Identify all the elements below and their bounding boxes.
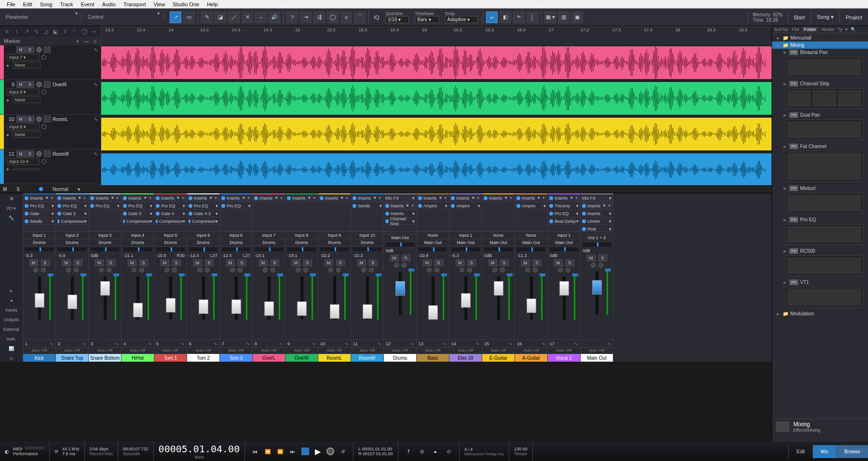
insert-slot[interactable]: Pro EQ▾ bbox=[187, 202, 219, 210]
track-color-tab[interactable] bbox=[0, 80, 4, 114]
fader[interactable] bbox=[530, 276, 533, 320]
quantize-select[interactable]: 1/16 ▾ bbox=[385, 16, 409, 23]
play-button[interactable]: ▶ bbox=[312, 446, 323, 457]
inserts-header[interactable]: Inserts▾ ＋ bbox=[154, 194, 187, 202]
pan-slider[interactable] bbox=[58, 247, 86, 251]
solo-button[interactable]: S bbox=[369, 259, 378, 266]
channel-output[interactable]: Drums bbox=[351, 239, 383, 246]
expand-icon[interactable]: ∿ bbox=[574, 341, 578, 346]
browser-effect[interactable]: ▸FXMixtool bbox=[772, 185, 868, 192]
automation-mode[interactable]: Auto: Off bbox=[89, 347, 121, 354]
inserts-header[interactable]: Inserts▾ ＋ bbox=[122, 194, 154, 202]
mix-view-button[interactable]: Mix bbox=[813, 445, 836, 458]
channel-input[interactable]: None bbox=[417, 232, 449, 239]
insert-slot[interactable]: Channel Strip▾ bbox=[384, 217, 416, 225]
channel-name[interactable]: Snare Bottom bbox=[89, 354, 121, 362]
expand-icon[interactable]: ∿ bbox=[312, 341, 316, 346]
automation-mode[interactable]: Auto: Off bbox=[417, 347, 449, 354]
input-select[interactable]: Input 10 ▾ bbox=[7, 158, 40, 165]
mute-button[interactable]: M bbox=[95, 259, 104, 266]
expand-arrow-icon[interactable]: ▸ bbox=[784, 144, 787, 149]
clip-indicator[interactable] bbox=[441, 273, 447, 276]
menu-icon[interactable]: ≡ bbox=[3, 27, 11, 35]
monitor-button[interactable] bbox=[566, 268, 570, 272]
clip-indicator[interactable] bbox=[507, 273, 513, 276]
channel-input[interactable]: None bbox=[515, 232, 547, 239]
edit-view-button[interactable]: Edit bbox=[788, 445, 813, 458]
arrow-right-icon[interactable]: ▸ bbox=[10, 287, 13, 294]
clip-indicator[interactable] bbox=[572, 273, 578, 276]
group-icon[interactable]: ⫴ bbox=[61, 27, 69, 35]
channel-input[interactable]: None bbox=[482, 232, 515, 239]
channel-output[interactable]: Drums bbox=[89, 239, 121, 246]
record-arm-button[interactable] bbox=[427, 268, 432, 272]
record-arm-button[interactable] bbox=[36, 151, 42, 157]
automation-mode[interactable]: Auto: Off bbox=[351, 347, 383, 354]
plugin-thumbnail[interactable] bbox=[786, 256, 863, 276]
auto-line-icon[interactable]: ↗ bbox=[23, 27, 30, 35]
clip-indicator[interactable] bbox=[408, 269, 414, 271]
mute-button[interactable]: M bbox=[161, 259, 169, 266]
insert-slot[interactable]: Gate 3▾ bbox=[122, 210, 154, 217]
expand-arrow-icon[interactable]: ▸ bbox=[784, 280, 787, 285]
insert-slot[interactable]: Sends▾ bbox=[23, 217, 55, 225]
solo-button[interactable]: S bbox=[26, 150, 34, 157]
mute-button[interactable]: M bbox=[423, 259, 432, 266]
track-color-tab[interactable] bbox=[0, 45, 4, 80]
track-header[interactable]: 11 M S RoomR ∿ Input 10 ▾ ▸ bbox=[0, 149, 101, 184]
automation-mode[interactable]: Auto: Off bbox=[253, 347, 285, 354]
channel-input[interactable]: Input 10 bbox=[351, 232, 383, 239]
record-arm-button[interactable] bbox=[197, 268, 202, 272]
insert-slot[interactable]: Compressor▾ bbox=[154, 217, 187, 225]
record-arm-button[interactable] bbox=[99, 268, 104, 272]
channel-output[interactable]: Drums bbox=[23, 239, 55, 246]
browser-effect[interactable]: ▸FXFat Channel bbox=[772, 143, 868, 150]
inserts-header[interactable]: Inserts▾ ＋ bbox=[417, 194, 449, 202]
inserts-header[interactable]: Inserts▾ ＋ bbox=[56, 194, 88, 202]
channel-name[interactable]: Bass bbox=[417, 354, 449, 362]
new-item-icon[interactable]: ◯ bbox=[81, 27, 88, 35]
record-arm-button[interactable] bbox=[394, 263, 399, 268]
solo-button[interactable]: S bbox=[205, 259, 214, 266]
forward-end-icon[interactable]: ⏭ bbox=[287, 446, 298, 457]
snap-mode-icon[interactable]: ◧ bbox=[500, 12, 511, 23]
mute-button[interactable]: M bbox=[456, 259, 464, 266]
sort-flat[interactable]: Flat bbox=[792, 27, 799, 32]
pan-slider[interactable] bbox=[386, 243, 414, 246]
clip-indicator[interactable] bbox=[146, 273, 152, 276]
fader[interactable] bbox=[268, 276, 271, 320]
insert-slot[interactable]: Gate 4-2▾ bbox=[187, 210, 219, 217]
inserts-header[interactable]: Inserts▾ ＋ bbox=[351, 194, 383, 202]
mute-button[interactable]: M bbox=[226, 259, 235, 266]
pan-slider[interactable] bbox=[189, 247, 217, 251]
autopunch-icon[interactable]: ⊙ bbox=[417, 446, 427, 457]
inserts-header[interactable]: Inserts▾ ＋ bbox=[581, 202, 613, 210]
inserts-header[interactable]: Inserts▾ ＋ bbox=[384, 202, 416, 210]
mute-button[interactable]: M bbox=[16, 81, 25, 88]
fader[interactable] bbox=[38, 276, 41, 320]
menu-edit[interactable]: Edit bbox=[19, 0, 36, 8]
auto-saw-icon[interactable]: ◿ bbox=[42, 27, 50, 35]
record-arm-button[interactable] bbox=[36, 47, 42, 53]
start-page-button[interactable]: Start bbox=[787, 13, 811, 22]
channel-input[interactable]: Input 5 bbox=[154, 232, 187, 239]
insert-slot[interactable]: Ampire▾ bbox=[515, 202, 547, 210]
browser-effect[interactable]: ▸FXPro EQ bbox=[772, 216, 868, 223]
plugin-thumbnail[interactable] bbox=[786, 120, 863, 140]
automation-mode[interactable]: Auto: Off bbox=[515, 347, 547, 354]
fader[interactable] bbox=[235, 276, 238, 320]
mute-button[interactable]: M bbox=[488, 259, 497, 266]
channel-input[interactable]: Input 7 bbox=[253, 232, 285, 239]
monitor-button[interactable] bbox=[44, 116, 51, 122]
metronome-icon[interactable]: ⏶ bbox=[430, 446, 441, 457]
inserts-header[interactable]: Inserts▾ ＋ bbox=[449, 194, 482, 202]
monitor-button[interactable] bbox=[500, 268, 505, 272]
fader[interactable] bbox=[399, 271, 402, 315]
timeline-ruler[interactable]: 13.313.41414.214.314.41515.215.315.41616… bbox=[101, 26, 772, 37]
insert-slot[interactable]: Inserts▾ bbox=[581, 210, 613, 217]
channel-output[interactable]: Main Out bbox=[515, 239, 547, 246]
chevron-down-icon[interactable]: ▾ bbox=[157, 11, 160, 16]
expand-icon[interactable]: ∿ bbox=[542, 341, 545, 346]
channel-name[interactable]: OverL bbox=[253, 354, 285, 362]
inserts-header[interactable]: Inserts▾ ＋ bbox=[89, 194, 121, 202]
